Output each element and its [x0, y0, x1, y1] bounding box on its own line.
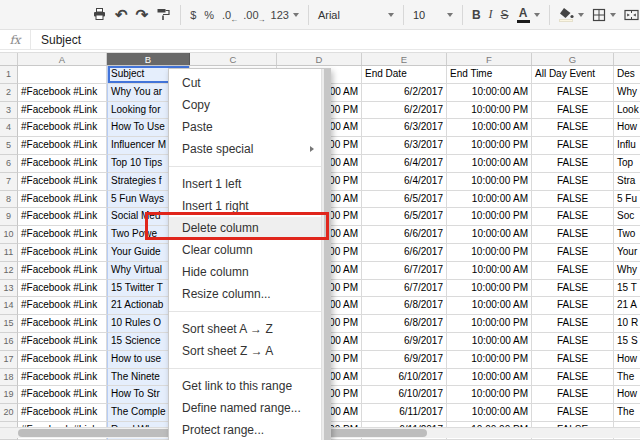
menu-scrollbar[interactable]	[321, 69, 330, 440]
menu-scrollbar-thumb[interactable]	[324, 69, 331, 440]
cell-H7[interactable]: Stra	[614, 173, 640, 191]
cell-A6[interactable]: #Facebook #Link	[18, 155, 107, 173]
cell-H14[interactable]: 21 A	[614, 297, 640, 315]
paint-format-button[interactable]	[152, 4, 175, 26]
column-header-B[interactable]: B	[107, 53, 190, 65]
cell-E18[interactable]: 6/10/2017	[362, 369, 447, 387]
menu-item-cut[interactable]: Cut	[169, 72, 330, 94]
cell-A14[interactable]: #Facebook #Link	[18, 297, 107, 315]
cell-F14[interactable]: 10:00:00 AM	[447, 297, 532, 315]
select-all-corner[interactable]	[0, 53, 18, 65]
cell-G20[interactable]: FALSE	[532, 404, 614, 422]
cell-H5[interactable]: Influ	[614, 137, 640, 155]
cell-F1[interactable]: End Time	[447, 66, 532, 84]
cell-A11[interactable]: #Facebook #Link	[18, 244, 107, 262]
menu-item-sort-sheet-z-a[interactable]: Sort sheet Z → A	[169, 340, 330, 362]
column-header-H[interactable]	[614, 53, 640, 65]
cell-A10[interactable]: #Facebook #Link	[18, 226, 107, 244]
cell-A19[interactable]: #Facebook #Link	[18, 386, 107, 404]
decrease-decimal-button[interactable]: .0←	[218, 4, 235, 26]
column-header-A[interactable]: A	[18, 53, 107, 65]
cell-E16[interactable]: 6/9/2017	[362, 333, 447, 351]
cell-G13[interactable]: FALSE	[532, 280, 614, 298]
cell-A17[interactable]: #Facebook #Link	[18, 351, 107, 369]
cell-H18[interactable]: The	[614, 369, 640, 387]
font-size-dropdown[interactable]: 10	[409, 9, 457, 21]
cell-G17[interactable]: FALSE	[532, 351, 614, 369]
menu-item-get-link-to-this-range[interactable]: Get link to this range	[169, 375, 330, 397]
cell-H4[interactable]: How	[614, 119, 640, 137]
cell-E15[interactable]: 6/8/2017	[362, 315, 447, 333]
format-currency-button[interactable]: $	[186, 4, 200, 26]
cell-F20[interactable]: 10:00:00 AM	[447, 404, 532, 422]
cell-G6[interactable]: FALSE	[532, 155, 614, 173]
cell-E12[interactable]: 6/7/2017	[362, 262, 447, 280]
cell-H8[interactable]: 5 Fu	[614, 191, 640, 209]
cell-E13[interactable]: 6/7/2017	[362, 280, 447, 298]
cell-E11[interactable]: 6/6/2017	[362, 244, 447, 262]
cell-H10[interactable]: Two	[614, 226, 640, 244]
cell-F13[interactable]: 10:00:00 PM	[447, 280, 532, 298]
cell-F7[interactable]: 10:00:00 PM	[447, 173, 532, 191]
cell-G7[interactable]: FALSE	[532, 173, 614, 191]
column-header-C[interactable]: C	[190, 53, 277, 65]
cell-F2[interactable]: 10:00:00 AM	[447, 84, 532, 102]
menu-item-sort-sheet-a-z[interactable]: Sort sheet A → Z	[169, 318, 330, 340]
cell-F17[interactable]: 10:00:00 PM	[447, 351, 532, 369]
column-header-E[interactable]: E	[362, 53, 447, 65]
column-header-G[interactable]: G	[532, 53, 614, 65]
fill-color-button[interactable]	[555, 4, 588, 26]
cell-G12[interactable]: FALSE	[532, 262, 614, 280]
menu-item-paste-special[interactable]: Paste special	[169, 138, 330, 160]
cell-G9[interactable]: FALSE	[532, 208, 614, 226]
row-header-18[interactable]: 18	[0, 369, 18, 387]
row-header-7[interactable]: 7	[0, 173, 18, 191]
text-color-button[interactable]: A	[513, 4, 544, 26]
cell-H13[interactable]: 15 T	[614, 280, 640, 298]
cell-F6[interactable]: 10:00:00 AM	[447, 155, 532, 173]
cell-F9[interactable]: 10:00:00 PM	[447, 208, 532, 226]
column-header-D[interactable]: D	[277, 53, 362, 65]
cell-E3[interactable]: 6/2/2017	[362, 102, 447, 120]
menu-item-hide-column[interactable]: Hide column	[169, 261, 330, 283]
font-family-dropdown[interactable]: Arial	[314, 9, 398, 21]
cell-H20[interactable]: The	[614, 404, 640, 422]
row-header-19[interactable]: 19	[0, 386, 18, 404]
cell-A9[interactable]: #Facebook #Link	[18, 208, 107, 226]
cell-G10[interactable]: FALSE	[532, 226, 614, 244]
cell-E10[interactable]: 6/6/2017	[362, 226, 447, 244]
formula-input[interactable]: Subject	[31, 30, 640, 49]
cell-F15[interactable]: 10:00:00 PM	[447, 315, 532, 333]
row-header-1[interactable]: 1	[0, 66, 18, 84]
menu-item-resize-column[interactable]: Resize column...	[169, 283, 330, 305]
cell-E17[interactable]: 6/9/2017	[362, 351, 447, 369]
cell-F16[interactable]: 10:00:00 AM	[447, 333, 532, 351]
cell-F5[interactable]: 10:00:00 PM	[447, 137, 532, 155]
row-header-9[interactable]: 9	[0, 208, 18, 226]
row-header-16[interactable]: 16	[0, 333, 18, 351]
cell-H17[interactable]: How	[614, 351, 640, 369]
italic-button[interactable]: I	[485, 4, 497, 26]
cell-A3[interactable]: #Facebook #Link	[18, 102, 107, 120]
cell-A20[interactable]: #Facebook #Link	[18, 404, 107, 422]
row-header-13[interactable]: 13	[0, 280, 18, 298]
cell-A5[interactable]: #Facebook #Link	[18, 137, 107, 155]
strikethrough-button[interactable]: S	[497, 4, 513, 26]
cell-F8[interactable]: 10:00:00 AM	[447, 191, 532, 209]
menu-item-insert-1-left[interactable]: Insert 1 left	[169, 173, 330, 195]
cell-E14[interactable]: 6/8/2017	[362, 297, 447, 315]
cell-E8[interactable]: 6/5/2017	[362, 191, 447, 209]
cell-E4[interactable]: 6/3/2017	[362, 119, 447, 137]
cell-E2[interactable]: 6/2/2017	[362, 84, 447, 102]
cell-F12[interactable]: 10:00:00 AM	[447, 262, 532, 280]
cell-A7[interactable]: #Facebook #Link	[18, 173, 107, 191]
row-header-5[interactable]: 5	[0, 137, 18, 155]
redo-button[interactable]: ↷	[132, 4, 153, 26]
cell-G18[interactable]: FALSE	[532, 369, 614, 387]
borders-button[interactable]	[588, 4, 620, 26]
cell-H12[interactable]: Why	[614, 262, 640, 280]
row-header-20[interactable]: 20	[0, 404, 18, 422]
cell-H11[interactable]: Your	[614, 244, 640, 262]
row-header-10[interactable]: 10	[0, 226, 18, 244]
cell-E20[interactable]: 6/11/2017	[362, 404, 447, 422]
